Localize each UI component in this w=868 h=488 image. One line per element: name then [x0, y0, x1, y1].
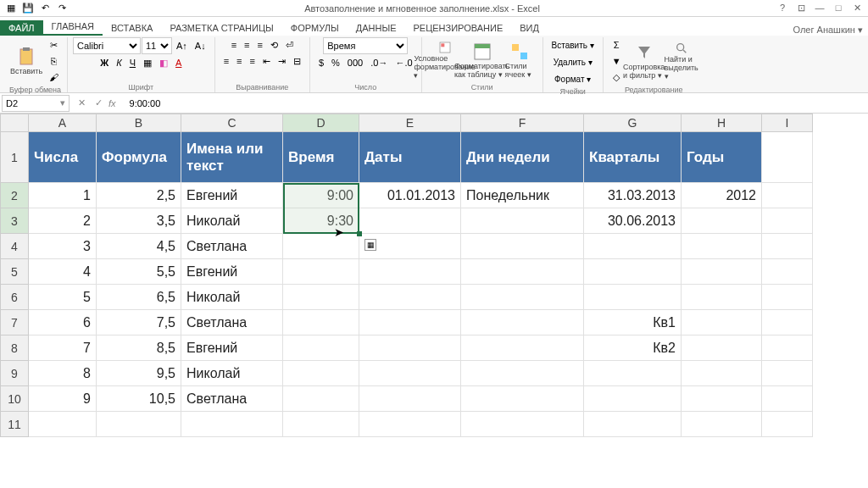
cell[interactable]: 5: [29, 285, 97, 310]
bold-button[interactable]: Ж: [97, 55, 112, 70]
cell[interactable]: 4,5: [97, 234, 181, 259]
cell[interactable]: [359, 208, 461, 234]
save-icon[interactable]: 💾: [20, 1, 36, 16]
cell[interactable]: 9: [29, 386, 97, 412]
cell[interactable]: [359, 336, 461, 361]
cell[interactable]: Николай: [181, 285, 283, 310]
table-header[interactable]: Время: [283, 132, 359, 183]
cell[interactable]: 4: [29, 259, 97, 285]
formula-bar[interactable]: [126, 98, 868, 108]
cell[interactable]: [682, 386, 762, 412]
cell[interactable]: [682, 361, 762, 386]
row-header[interactable]: 5: [0, 259, 29, 285]
cell[interactable]: [359, 412, 461, 437]
paste-button[interactable]: Вставить: [8, 40, 44, 82]
row-header[interactable]: 1: [0, 132, 29, 183]
help-icon[interactable]: ?: [776, 3, 788, 14]
cell[interactable]: [682, 310, 762, 336]
row-header[interactable]: 7: [0, 310, 29, 336]
align-top-icon[interactable]: ≡: [228, 37, 240, 53]
cell[interactable]: [682, 234, 762, 259]
cell[interactable]: [283, 361, 359, 386]
cell[interactable]: [97, 412, 181, 437]
cell[interactable]: 3,5: [97, 208, 181, 234]
cell[interactable]: [461, 412, 584, 437]
close-icon[interactable]: ✕: [851, 3, 863, 14]
cell[interactable]: [29, 412, 97, 437]
cell[interactable]: [283, 412, 359, 437]
cell[interactable]: Светлана: [181, 234, 283, 259]
cell[interactable]: Николай: [181, 361, 283, 386]
cell[interactable]: 6: [29, 310, 97, 336]
col-header-D[interactable]: D: [283, 114, 359, 132]
italic-button[interactable]: К: [113, 55, 125, 70]
cell[interactable]: Евгений: [181, 183, 283, 208]
align-bottom-icon[interactable]: ≡: [254, 37, 266, 53]
row-header[interactable]: 6: [0, 285, 29, 310]
ribbon-toggle-icon[interactable]: ⊡: [795, 3, 807, 14]
fx-icon[interactable]: fx: [108, 98, 121, 108]
comma-icon[interactable]: 000: [344, 55, 366, 70]
cell[interactable]: [283, 259, 359, 285]
table-header[interactable]: Формула: [97, 132, 181, 183]
cell[interactable]: [762, 234, 813, 259]
row-header[interactable]: 9: [0, 361, 29, 386]
cell[interactable]: Евгений: [181, 259, 283, 285]
tab-вставка[interactable]: ВСТАВКА: [103, 20, 161, 36]
cell[interactable]: 9,5: [97, 361, 181, 386]
cell[interactable]: [461, 259, 584, 285]
cell[interactable]: [762, 361, 813, 386]
cell[interactable]: [762, 412, 813, 437]
grow-font-icon[interactable]: A↑: [173, 37, 191, 54]
cell[interactable]: Кв1: [584, 310, 682, 336]
cell[interactable]: [283, 386, 359, 412]
tab-главная[interactable]: ГЛАВНАЯ: [43, 19, 103, 36]
fill-color-icon[interactable]: ◧: [156, 55, 171, 70]
name-box[interactable]: D2▾: [2, 95, 70, 112]
cell[interactable]: [682, 285, 762, 310]
cell[interactable]: [762, 386, 813, 412]
select-all-corner[interactable]: [0, 114, 29, 132]
tab-рецензирование[interactable]: РЕЦЕНЗИРОВАНИЕ: [404, 20, 511, 36]
cell[interactable]: 31.03.2013: [584, 183, 682, 208]
cancel-formula-icon[interactable]: ✕: [75, 97, 88, 110]
cell[interactable]: [461, 336, 584, 361]
cell[interactable]: 1: [29, 183, 97, 208]
cell[interactable]: [584, 361, 682, 386]
cell[interactable]: 6,5: [97, 285, 181, 310]
maximize-icon[interactable]: □: [832, 3, 844, 14]
cell[interactable]: Понедельник: [461, 183, 584, 208]
merge-icon[interactable]: ⊟: [290, 53, 304, 69]
row-header[interactable]: 2: [0, 183, 29, 208]
tab-формулы[interactable]: ФОРМУЛЫ: [282, 20, 348, 36]
wrap-text-icon[interactable]: ⏎: [282, 37, 297, 53]
format-cells-button[interactable]: Формат ▾: [551, 71, 594, 86]
format-table-button[interactable]: Форматировать как таблицу ▾: [465, 39, 500, 81]
cell[interactable]: 7,5: [97, 310, 181, 336]
cell[interactable]: [283, 285, 359, 310]
cell[interactable]: [461, 234, 584, 259]
row-header[interactable]: 10: [0, 386, 29, 412]
row-header[interactable]: 4: [0, 234, 29, 259]
autosum-icon[interactable]: Σ: [609, 37, 625, 53]
cell[interactable]: [584, 285, 682, 310]
cell[interactable]: 2,5: [97, 183, 181, 208]
cell[interactable]: 5,5: [97, 259, 181, 285]
col-header-F[interactable]: F: [461, 114, 584, 132]
minimize-icon[interactable]: —: [814, 3, 826, 14]
currency-icon[interactable]: $: [315, 55, 327, 70]
col-header-A[interactable]: A: [29, 114, 97, 132]
accept-formula-icon[interactable]: ✓: [92, 97, 105, 110]
col-header-G[interactable]: G: [584, 114, 682, 132]
col-header-C[interactable]: C: [181, 114, 283, 132]
align-center-icon[interactable]: ≡: [233, 53, 245, 69]
cell[interactable]: [359, 386, 461, 412]
col-header-H[interactable]: H: [682, 114, 762, 132]
col-header-E[interactable]: E: [359, 114, 461, 132]
format-painter-icon[interactable]: 🖌: [46, 69, 62, 85]
clear-icon[interactable]: ◇: [609, 69, 625, 85]
table-header[interactable]: Имена или текст: [181, 132, 283, 183]
cell[interactable]: [762, 132, 813, 183]
cell[interactable]: [762, 336, 813, 361]
cell[interactable]: [762, 285, 813, 310]
